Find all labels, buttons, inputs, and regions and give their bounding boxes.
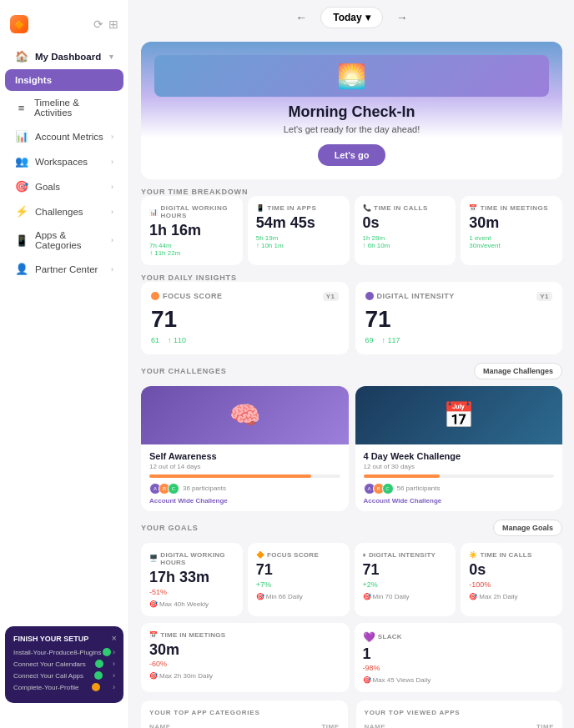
- insights-grid: FOCUS SCORE Y1 71 61 ↑ 110 DIGITAL INTEN…: [141, 282, 562, 354]
- time-value: 1h 16m: [149, 223, 234, 239]
- next-day-button[interactable]: →: [393, 8, 411, 28]
- setup-item[interactable]: Connect Your Call Apps ›: [13, 671, 115, 680]
- account-wide-link[interactable]: Account Wide Challenge: [149, 497, 340, 505]
- sidebar: 🔶 ⟳ ⊞ 🏠 My Dashboard ▾ Insights ≡ Timeli…: [0, 0, 129, 728]
- time-header: TIME: [321, 723, 339, 728]
- label-text: Time in Meetings: [160, 631, 225, 639]
- goal-change: +7%: [256, 580, 341, 589]
- goals-section: YOUR GOALS Manage Goals 🖥️ Digital Worki…: [141, 520, 562, 693]
- sun-icon: ☀️: [469, 551, 477, 559]
- sidebar-item-apps[interactable]: 📱 Apps & Categories ›: [5, 224, 123, 256]
- goal-label: 🖥️ Digital Working Hours: [149, 551, 234, 566]
- challenge-card-4day-week: 📅 4 Day Week Challenge 12 out of 30 days…: [355, 386, 563, 511]
- orange-dot: [151, 292, 159, 300]
- goal-value: 1: [363, 646, 555, 663]
- label-text: Digital Working Hours: [160, 551, 234, 566]
- challenge-image: 📅: [355, 386, 563, 444]
- sidebar-item-timeline[interactable]: ≡ Timeline & Activities: [5, 92, 123, 123]
- sidebar-item-partner[interactable]: 👤 Partner Center ›: [5, 257, 123, 281]
- goal-card-digital-intensity: ♦️ Digital Intensity 71 +2% 🎯 Min 70 Dai…: [355, 543, 456, 616]
- sidebar-history-icon[interactable]: ⟳: [93, 18, 103, 31]
- bar-chart-icon: 📊: [149, 208, 159, 216]
- lets-go-button[interactable]: Let's go: [318, 144, 386, 166]
- chevron-right-icon: ›: [111, 158, 113, 166]
- setup-title: FINISH YOUR SETUP: [13, 635, 115, 643]
- goal-value: 30m: [149, 642, 341, 659]
- today-label: Today: [333, 12, 361, 23]
- time-sub: 5h 19m ↑ 10h 1m: [256, 234, 341, 249]
- chevron-right-icon: ›: [111, 236, 113, 244]
- setup-item-text: Connect Your Calendars: [13, 660, 86, 668]
- chevron-right-icon: ›: [111, 183, 113, 191]
- target-icon: 🎯: [363, 593, 371, 600]
- list-header: NAME TIME: [149, 723, 340, 728]
- section-header: YOUR GOALS Manage Goals: [141, 520, 562, 536]
- sidebar-item-insights[interactable]: Insights: [5, 69, 123, 91]
- sidebar-item-label: Workspaces: [35, 157, 88, 167]
- setup-item[interactable]: Complete-Your-Profile ›: [13, 683, 115, 691]
- top-apps-card: YOUR TOP VIEWED APPS NAME TIME 1 G Googl…: [356, 700, 563, 728]
- top-categories-card: YOUR TOP APP CATEGORIES NAME TIME 1 📊 Sa…: [141, 700, 348, 728]
- label-text: Focus Score: [267, 551, 319, 559]
- account-wide-link[interactable]: Account Wide Challenge: [364, 497, 555, 505]
- sidebar-item-account-metrics[interactable]: 📊 Account Metrics ›: [5, 124, 123, 148]
- chevron-right-icon: ›: [111, 208, 113, 216]
- challenge-body: 4 Day Week Challenge 12 out of 30 days A…: [355, 444, 563, 511]
- digital-working-hours-card: 📊 DIGITAL WORKING HOURS 1h 16m 7h 44m ↑ …: [141, 196, 243, 265]
- participants-count: 36 participants: [183, 484, 226, 492]
- time-sub: 7h 44m ↑ 11h 22m: [149, 242, 234, 257]
- avatar: C: [382, 483, 394, 495]
- time-header: TIME: [536, 723, 554, 728]
- time-value: 0s: [363, 215, 448, 232]
- goal-label: 💜 Slack: [363, 631, 555, 643]
- label-text: Slack: [378, 633, 402, 640]
- top-navigation: ← Today ▾ →: [129, 0, 574, 35]
- goal-change: -51%: [149, 588, 234, 596]
- goal-label: ♦️ Digital Intensity: [363, 551, 448, 559]
- label-text: Digital Intensity: [369, 551, 436, 559]
- today-button[interactable]: Today ▾: [320, 7, 382, 28]
- home-icon: 🏠: [15, 50, 28, 63]
- label-text: DIGITAL WORKING HOURS: [161, 204, 234, 219]
- setup-close-button[interactable]: ×: [112, 633, 117, 643]
- main-content: ← Today ▾ → 🌅 Morning Check-In Let's get…: [129, 0, 574, 728]
- time-value: 30m: [469, 215, 554, 232]
- challenge-body: Self Awareness 12 out of 14 days A B C 3…: [141, 444, 349, 511]
- goal-target: 🎯 Max 40h Weekly: [149, 600, 234, 608]
- progress-bar: [149, 474, 340, 478]
- digital-intensity-card: DIGITAL INTENSITY Y1 71 69 ↑ 117: [355, 282, 563, 354]
- avatar: C: [168, 483, 179, 495]
- morning-title: Morning Check-In: [154, 103, 549, 121]
- manage-goals-button[interactable]: Manage Goals: [493, 520, 562, 536]
- card-label: 📞 TIME IN CALLS: [363, 204, 448, 212]
- goal-value: 17h 33m: [149, 570, 234, 586]
- setup-status-dot: [94, 671, 103, 680]
- sidebar-item-label: Timeline & Activities: [34, 98, 113, 118]
- label-text: Time in Calls: [481, 551, 532, 559]
- daily-insights-section: YOUR DAILY INSIGHTS FOCUS SCORE Y1 71 61…: [141, 274, 562, 354]
- sidebar-item-challenges[interactable]: ⚡ Challenges ›: [5, 199, 123, 223]
- prev-day-button[interactable]: ←: [292, 8, 310, 28]
- insight-label: FOCUS SCORE Y1: [151, 292, 339, 301]
- challenge-image: 🧠: [141, 386, 349, 444]
- sidebar-item-label: Challenges: [35, 207, 83, 217]
- sidebar-item-dashboard[interactable]: 🏠 My Dashboard ▾: [5, 44, 123, 68]
- chevron-right-icon: ›: [113, 671, 115, 680]
- goal-change: +2%: [363, 580, 448, 589]
- sidebar-item-goals[interactable]: 🎯 Goals ›: [5, 174, 123, 198]
- goals-grid: 🖥️ Digital Working Hours 17h 33m -51% 🎯 …: [141, 543, 562, 616]
- insight-label: DIGITAL INTENSITY Y1: [365, 292, 553, 301]
- goal-change: -60%: [149, 660, 341, 668]
- morning-checkin-card: 🌅 Morning Check-In Let's get ready for t…: [141, 42, 562, 179]
- sidebar-layout-icon[interactable]: ⊞: [108, 18, 118, 31]
- setup-item[interactable]: Connect Your Calendars ›: [13, 660, 115, 668]
- setup-item[interactable]: Install-Your-Produce8-Plugins ›: [13, 648, 115, 656]
- goal-value: 71: [256, 562, 341, 579]
- list-header: NAME TIME: [365, 723, 555, 728]
- manage-challenges-button[interactable]: Manage Challenges: [474, 363, 562, 379]
- sidebar-item-workspaces[interactable]: 👥 Workspaces ›: [5, 149, 123, 173]
- sidebar-item-label: Apps & Categories: [35, 230, 104, 250]
- goal-target: 🎯 Min 66 Daily: [256, 593, 341, 600]
- insight-sub: 61 ↑ 110: [151, 336, 339, 344]
- goals-icon: 🎯: [15, 180, 28, 193]
